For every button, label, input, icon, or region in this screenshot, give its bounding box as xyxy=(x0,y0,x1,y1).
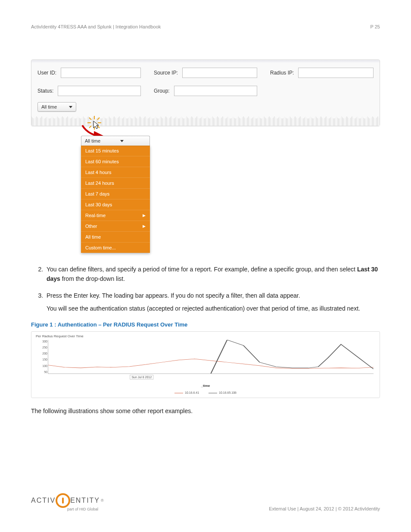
time-option-9[interactable]: Custom time... xyxy=(81,242,150,253)
logo-ring-icon xyxy=(56,493,70,508)
time-option-label: Last 60 minutes xyxy=(85,159,119,164)
time-range-closed-label: All time xyxy=(41,104,57,109)
doc-title: ActivIdentity 4TRESS AAA and Splunk | In… xyxy=(31,24,161,29)
time-option-label: Custom time... xyxy=(85,245,116,250)
logo-text-b: ENTITY xyxy=(70,497,100,504)
group-label: Group: xyxy=(154,88,170,94)
chart-svg xyxy=(48,340,374,373)
chart-plot-area: 30025020015010050 xyxy=(48,340,374,374)
time-option-7[interactable]: Other▶ xyxy=(81,221,150,231)
chart-container: Per Radius Request Over Time 30025020015… xyxy=(31,331,380,398)
registered-mark: ® xyxy=(101,498,104,503)
instruction-list: You can define filters, and specify a pe… xyxy=(31,265,380,314)
page-number: P 25 xyxy=(371,24,380,29)
svg-line-7 xyxy=(89,126,91,128)
footer-logo: ACTIV ENTITY ® part of HID Global xyxy=(31,493,104,511)
legend-item: 10.16.65.106 xyxy=(209,391,237,394)
status-input[interactable] xyxy=(58,86,141,96)
time-option-4[interactable]: Last 7 days xyxy=(81,188,150,199)
legend-item: 10.16.6.41 xyxy=(174,391,199,394)
time-option-2[interactable]: Last 4 hours xyxy=(81,167,150,177)
time-option-label: Real-time xyxy=(85,213,106,218)
time-option-label: Last 30 days xyxy=(85,202,112,207)
time-option-6[interactable]: Real-time▶ xyxy=(81,210,150,221)
chart-legend: 10.16.6.4110.16.65.106 xyxy=(36,391,375,394)
logo-subtitle: part of HID Global xyxy=(67,507,104,511)
chart-x-ticks: Sun Jul 8 2012Sun Jul 15Sun Jul 22 xyxy=(48,375,375,380)
chart-x-label: _time xyxy=(36,384,375,388)
logo-text-a: ACTIV xyxy=(31,497,56,504)
time-option-0[interactable]: Last 15 minutes xyxy=(81,146,150,156)
time-option-5[interactable]: Last 30 days xyxy=(81,199,150,210)
time-option-label: Last 7 days xyxy=(85,191,109,196)
time-option-label: Last 24 hours xyxy=(85,180,114,186)
footer-text: External Use | August 24, 2012 | © 2012 … xyxy=(269,506,380,511)
time-option-label: Other xyxy=(85,224,97,229)
chart-y-ticks: 30025020015010050 xyxy=(37,340,47,373)
step-2: You can define filters, and specify a pe… xyxy=(45,265,380,283)
filter-panel: User ID: Source IP: Radius IP: Status: xyxy=(31,59,380,126)
submenu-arrow-icon: ▶ xyxy=(143,213,146,218)
time-option-label: All time xyxy=(85,234,101,240)
radius-ip-label: Radius IP: xyxy=(270,70,294,76)
step-3: Press the Enter key. The loading bar app… xyxy=(45,291,380,313)
chart-title: Per Radius Request Over Time xyxy=(36,334,375,338)
time-range-menu: Last 15 minutesLast 60 minutesLast 4 hou… xyxy=(81,146,150,253)
source-ip-input[interactable] xyxy=(182,68,257,78)
figure-caption: Figure 1 : Authentication – Per RADIUS R… xyxy=(31,321,380,328)
step-3-text-a: Press the Enter key. The loading bar app… xyxy=(47,292,300,299)
time-range-open-label: All time xyxy=(85,138,100,143)
submenu-arrow-icon: ▶ xyxy=(143,224,146,228)
chevron-down-icon xyxy=(69,106,72,108)
source-ip-label: Source IP: xyxy=(154,70,178,76)
step-2-text-c: from the drop-down list. xyxy=(60,275,125,282)
time-range-open: All time Last 15 minutesLast 60 minutesL… xyxy=(81,136,150,253)
status-label: Status: xyxy=(37,88,53,94)
closing-text: The following illustrations show some ot… xyxy=(31,408,380,414)
radius-ip-input[interactable] xyxy=(298,68,374,78)
time-option-label: Last 15 minutes xyxy=(85,148,119,153)
time-option-8[interactable]: All time xyxy=(81,231,150,242)
group-input[interactable] xyxy=(174,86,257,96)
time-option-label: Last 4 hours xyxy=(85,170,112,175)
time-option-3[interactable]: Last 24 hours xyxy=(81,177,150,188)
user-id-label: User ID: xyxy=(37,70,56,76)
user-id-input[interactable] xyxy=(61,68,141,78)
time-option-1[interactable]: Last 60 minutes xyxy=(81,156,150,167)
time-range-closed[interactable]: All time xyxy=(37,102,76,112)
torn-edge-decoration xyxy=(31,115,380,126)
step-2-text-a: You can define filters, and specify a pe… xyxy=(47,266,357,273)
svg-line-5 xyxy=(97,126,100,128)
step-3-text-b: You will see the authentication status (… xyxy=(47,304,380,314)
time-range-open-header[interactable]: All time xyxy=(81,136,150,146)
chevron-down-icon xyxy=(120,140,124,142)
